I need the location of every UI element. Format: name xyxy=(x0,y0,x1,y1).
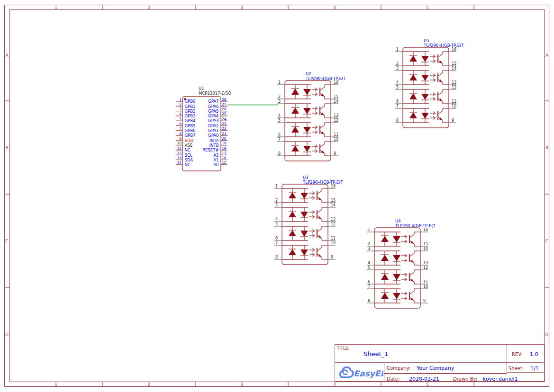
pin-number: 9 xyxy=(331,255,333,259)
pin-name: GPB4 xyxy=(185,118,196,123)
pin-number: 2 xyxy=(396,62,399,66)
component-u5[interactable]: U5TLP290-4(GB-TP,E(T12161534141356121178… xyxy=(395,38,464,128)
pin-number: 23 xyxy=(222,122,227,126)
pin-name: RESET# xyxy=(202,148,218,152)
pin-number: 4 xyxy=(275,217,278,222)
pin-number: 13 xyxy=(334,114,338,118)
frame-column-label: 1 xyxy=(54,382,57,387)
pin-number: 3 xyxy=(368,247,370,251)
date-label: Date: xyxy=(387,377,400,382)
schematic-canvas[interactable]: 1122334455AABBCCDDU1MCP23017-E/SO1GPB02G… xyxy=(0,0,554,392)
pin-name: A2 xyxy=(213,153,218,158)
part-label: TLP290-4(GB-TP,E(T xyxy=(302,180,343,185)
ref-label: U3 xyxy=(303,175,309,180)
pin-name: SDA xyxy=(185,158,193,162)
pin-number: 8 xyxy=(368,299,370,303)
pin-number: 5 xyxy=(278,118,281,123)
pin-name: NC xyxy=(185,148,191,152)
rev-value[interactable]: 1.0 xyxy=(530,352,538,357)
pin-number: 12 xyxy=(423,266,428,270)
easyeda-cloud-icon xyxy=(340,367,353,377)
pin-number: 8 xyxy=(396,118,399,123)
frame-column-label: 5 xyxy=(426,5,429,10)
frame-labels: 1122334455AABBCCDD xyxy=(5,5,549,387)
title-block-divider xyxy=(507,372,544,373)
pin-name: GPB5 xyxy=(185,124,196,128)
pin-number: 25 xyxy=(222,112,227,116)
pin-name: NC xyxy=(185,162,191,167)
pin-number: 14 xyxy=(423,247,428,251)
pin-number: 24 xyxy=(222,117,227,121)
pin-number: 7 xyxy=(275,241,278,245)
pin-number: 7 xyxy=(179,126,182,131)
frame-row-label: A xyxy=(545,53,549,58)
date-value[interactable]: 2020-02-21 xyxy=(409,376,439,382)
company-value[interactable]: Your Company xyxy=(417,365,454,371)
pin-number: 4 xyxy=(368,261,370,265)
title-label: TITLE: xyxy=(337,347,349,351)
easyeda-logo: EasyEDA xyxy=(338,365,383,380)
pin-number: 28 xyxy=(222,98,227,102)
pin-number: 1 xyxy=(278,80,281,85)
pin-name: GPA2 xyxy=(208,124,218,128)
pin-number: 8 xyxy=(275,255,278,259)
pin-number: 15 xyxy=(222,160,227,165)
frame-row-label: B xyxy=(5,145,8,150)
pin-number: 10 xyxy=(452,104,456,108)
pin-number: 10 xyxy=(177,141,182,145)
ref-label: U1 xyxy=(199,86,204,91)
rev-label: REV: xyxy=(512,352,523,357)
pin-number: 16 xyxy=(334,80,338,85)
pin-number: 11 xyxy=(452,99,456,104)
component-u4[interactable]: U4TLP290-4(GB-TP,E(T12161534141356121178… xyxy=(367,219,436,308)
pin-name: VSS xyxy=(185,143,193,148)
pin-number: 3 xyxy=(278,99,281,104)
frame-column-label: 2 xyxy=(147,5,150,10)
sheet-frame xyxy=(5,5,549,387)
pin-number: 3 xyxy=(275,203,278,207)
pin-number: 9 xyxy=(334,151,336,156)
frame-row-label: D xyxy=(545,332,549,337)
pin-number: 15 xyxy=(452,62,456,66)
pin-number: 19 xyxy=(222,141,227,145)
pin-number: 11 xyxy=(423,280,428,284)
pin-number: 12 xyxy=(452,85,456,89)
pin-number: 6 xyxy=(368,280,370,284)
pin-number: 26 xyxy=(222,107,227,111)
drawn-by-value[interactable]: kover.daniel1 xyxy=(483,376,518,382)
schematic-sheet: 1122334455AABBCCDDU1MCP23017-E/SO1GPB02G… xyxy=(0,0,554,392)
pin-number: 5 xyxy=(179,117,182,121)
frame-column-label: 3 xyxy=(240,382,243,387)
title-block-divider xyxy=(335,362,544,363)
frame-column-label: 2 xyxy=(147,382,150,387)
pin-number: 15 xyxy=(334,95,338,99)
pin-name: GPB7 xyxy=(185,133,196,138)
pin-number: 13 xyxy=(452,80,456,85)
company-label: Company: xyxy=(387,366,410,371)
pin-number: 12 xyxy=(177,151,182,155)
pin-number: 8 xyxy=(179,132,182,136)
pin-number: 6 xyxy=(275,236,278,241)
pin-number: 6 xyxy=(179,122,182,126)
frame-column-label: 4 xyxy=(333,5,336,10)
frame-column-label: 4 xyxy=(333,382,336,387)
ref-label: U4 xyxy=(395,219,401,223)
pin-number: 14 xyxy=(177,160,182,165)
pin-number: 15 xyxy=(423,242,428,246)
pin-number: 2 xyxy=(278,95,281,99)
pin-number: 4 xyxy=(396,80,399,85)
sheet-title[interactable]: Sheet_1 xyxy=(363,351,388,357)
pin-number: 15 xyxy=(331,198,336,203)
component-u1[interactable]: U1MCP23017-E/SO1GPB02GPB13GPB24GPB35GPB4… xyxy=(176,86,231,171)
pin-number: 10 xyxy=(334,137,338,142)
pin-number: 2 xyxy=(179,102,182,107)
pin-number: 20 xyxy=(222,136,227,141)
sheet-value[interactable]: 1/1 xyxy=(530,366,539,371)
pin-number: 14 xyxy=(334,99,338,104)
pin-name: A0 xyxy=(213,162,218,167)
component-u3[interactable]: U3TLP290-4(GB-TP,E(T12161534141356121178… xyxy=(274,175,343,265)
pin-number: 7 xyxy=(278,137,281,142)
component-u2[interactable]: U2TLP290-4(GB-TP,E(T12161534141356121178… xyxy=(277,71,346,161)
ref-label: U2 xyxy=(306,71,311,76)
frame-column-label: 1 xyxy=(54,5,57,10)
